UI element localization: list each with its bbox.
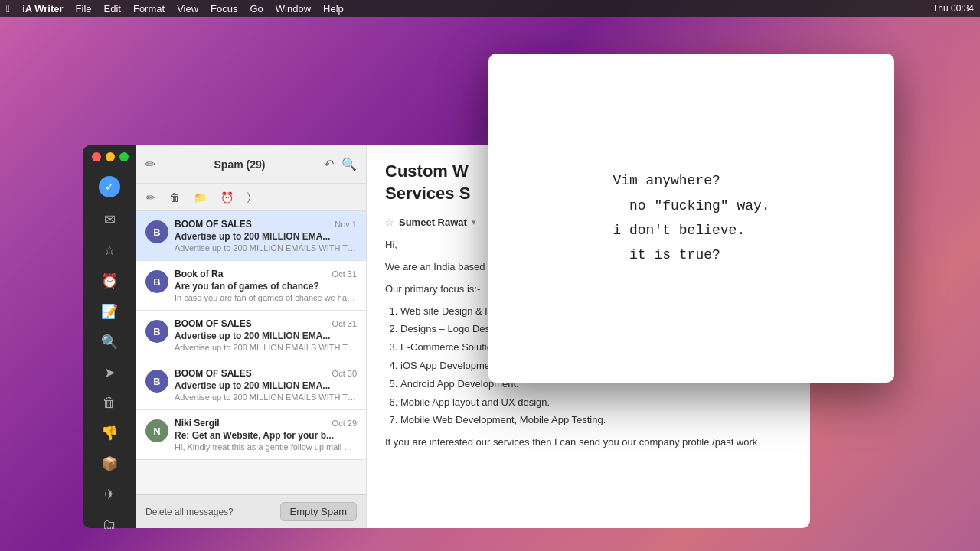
email-header-row: BOOM OF SALES Oct 31 bbox=[175, 318, 357, 329]
email-date: Oct 29 bbox=[332, 419, 357, 428]
search-icon[interactable]: 🔍 bbox=[341, 157, 357, 171]
email-item[interactable]: B BOOM OF SALES Oct 31 Advertise up to 2… bbox=[136, 311, 366, 360]
email-preview: Advertise up to 200 MILLION EMAILS WITH … bbox=[175, 243, 357, 253]
email-sender: BOOM OF SALES bbox=[175, 318, 252, 329]
email-preview: Hi, Kindly treat this as a gentle follow… bbox=[175, 442, 357, 452]
writer-content: Vim anywhere? no "fucking" way. i don't … bbox=[612, 168, 769, 268]
email-list: B BOOM OF SALES Nov 1 Advertise up to 20… bbox=[136, 211, 366, 494]
menubar:  iA Writer File Edit Format View Focus … bbox=[0, 0, 980, 17]
apple-menu[interactable]:  bbox=[6, 2, 10, 15]
email-item-content: Niki Sergil Oct 29 Re: Get an Website, A… bbox=[175, 418, 357, 452]
list-item: Mobile App layout and UX design. bbox=[400, 395, 792, 411]
email-header-row: BOOM OF SALES Nov 1 bbox=[175, 219, 357, 230]
delete-all-button[interactable]: Delete all messages? bbox=[145, 507, 234, 517]
sidebar-item-search[interactable]: 🔍 bbox=[99, 334, 120, 350]
sidebar-item-outbox[interactable]: ✈ bbox=[99, 486, 120, 503]
menu-format[interactable]: Format bbox=[133, 3, 165, 15]
email-header-row: Book of Ra Oct 31 bbox=[175, 269, 357, 279]
email-item[interactable]: B BOOM OF SALES Nov 1 Advertise up to 20… bbox=[136, 211, 366, 261]
email-item-content: Book of Ra Oct 31 Are you fan of games o… bbox=[175, 269, 357, 302]
email-subject: Advertise up to 200 MILLION EMA... bbox=[175, 231, 357, 242]
menu-time: Thu 00:34 bbox=[933, 3, 974, 14]
desktop: ✓ ✉ ☆ ⏰ 📝 🔍 ➤ 🗑 👎 📦 ✈ 🗂 ✏ Spam (29) ↶ 🔍 … bbox=[0, 17, 980, 551]
email-date: Oct 31 bbox=[332, 269, 357, 279]
email-header-row: BOOM OF SALES Oct 30 bbox=[175, 368, 357, 379]
sidebar-item-folders[interactable]: 🗂 bbox=[99, 517, 120, 533]
app-name[interactable]: iA Writer bbox=[22, 3, 63, 15]
star-icon[interactable]: ☆ bbox=[385, 217, 394, 228]
email-panel-header: ✏ Spam (29) ↶ 🔍 bbox=[136, 145, 366, 184]
avatar: N bbox=[145, 419, 168, 442]
avatar: B bbox=[145, 320, 168, 343]
traffic-lights bbox=[83, 145, 136, 168]
email-subject: Advertise up to 200 MILLION EMA... bbox=[175, 380, 357, 391]
sidebar-item-notes[interactable]: 📝 bbox=[99, 303, 120, 320]
email-sender: Niki Sergil bbox=[175, 418, 220, 429]
close-button[interactable] bbox=[92, 152, 101, 161]
email-item[interactable]: N Niki Sergil Oct 29 Re: Get an Website,… bbox=[136, 410, 366, 460]
menu-go[interactable]: Go bbox=[250, 3, 263, 15]
email-item-content: BOOM OF SALES Oct 30 Advertise up to 200… bbox=[175, 368, 357, 402]
avatar: B bbox=[145, 370, 168, 393]
sidebar: ✓ ✉ ☆ ⏰ 📝 🔍 ➤ 🗑 👎 📦 ✈ 🗂 bbox=[83, 145, 136, 528]
email-preview: Advertise up to 200 MILLION EMAILS WITH … bbox=[175, 393, 357, 402]
sidebar-item-star[interactable]: ☆ bbox=[99, 242, 120, 259]
menu-view[interactable]: View bbox=[177, 3, 198, 15]
compose-icon[interactable]: ✏ bbox=[145, 157, 155, 171]
email-date: Oct 30 bbox=[332, 369, 357, 378]
email-preview: In case you are fan of games of chance w… bbox=[175, 293, 357, 302]
email-panel: ✏ Spam (29) ↶ 🔍 ✏ 🗑 📁 ⏰ 〉 B BOOM OF SALE… bbox=[136, 145, 366, 528]
writer-line-1: Vim anywhere? bbox=[612, 168, 769, 193]
email-item-content: BOOM OF SALES Nov 1 Advertise up to 200 … bbox=[175, 219, 357, 253]
menu-help[interactable]: Help bbox=[323, 3, 344, 15]
minimize-button[interactable] bbox=[106, 152, 115, 161]
toolbar-folder-icon[interactable]: 📁 bbox=[190, 189, 211, 206]
sidebar-item-reminders[interactable]: ⏰ bbox=[99, 272, 120, 289]
email-subject: Re: Get an Website, App for your b... bbox=[175, 430, 357, 441]
email-bottom-bar: Delete all messages? Empty Spam bbox=[136, 494, 366, 528]
list-item: Mobile Web Development, Mobile App Testi… bbox=[400, 412, 792, 429]
email-date: Nov 1 bbox=[335, 220, 357, 229]
email-sender: BOOM OF SALES bbox=[175, 219, 252, 230]
fullscreen-button[interactable] bbox=[119, 152, 129, 161]
chevron-down-icon[interactable]: ▾ bbox=[472, 217, 476, 227]
sidebar-item-inbox[interactable]: ✓ bbox=[99, 176, 120, 197]
menu-focus[interactable]: Focus bbox=[211, 3, 237, 15]
empty-spam-button[interactable]: Empty Spam bbox=[280, 502, 357, 521]
email-item[interactable]: B Book of Ra Oct 31 Are you fan of games… bbox=[136, 261, 366, 311]
toolbar-compose-icon[interactable]: ✏ bbox=[142, 189, 159, 206]
toolbar-forward-icon[interactable]: 〉 bbox=[243, 188, 255, 206]
sidebar-item-mail[interactable]: ✉ bbox=[99, 211, 120, 228]
writer-line-2: no "fucking" way. bbox=[612, 194, 769, 218]
menubar-left:  iA Writer File Edit Format View Focus … bbox=[6, 2, 344, 15]
avatar: B bbox=[145, 270, 168, 293]
email-item-content: BOOM OF SALES Oct 31 Advertise up to 200… bbox=[175, 318, 357, 352]
menu-window[interactable]: Window bbox=[276, 3, 311, 15]
toolbar-flag-icon[interactable]: ⏰ bbox=[217, 189, 237, 206]
sender-name: Sumeet Rawat bbox=[399, 217, 467, 228]
menu-edit[interactable]: Edit bbox=[104, 3, 121, 15]
email-preview: Advertise up to 200 MILLION EMAILS WITH … bbox=[175, 343, 357, 352]
sidebar-item-sent[interactable]: ➤ bbox=[99, 364, 120, 381]
sidebar-item-archive[interactable]: 📦 bbox=[99, 455, 120, 472]
email-header-row: Niki Sergil Oct 29 bbox=[175, 418, 357, 429]
email-item[interactable]: B BOOM OF SALES Oct 30 Advertise up to 2… bbox=[136, 360, 366, 410]
sidebar-item-spam[interactable]: 👎 bbox=[99, 425, 120, 442]
email-toolbar: ✏ 🗑 📁 ⏰ 〉 bbox=[136, 184, 366, 211]
checkmark-icon: ✓ bbox=[99, 176, 120, 197]
avatar: B bbox=[145, 220, 168, 243]
email-subject: Are you fan of games of chance? bbox=[175, 281, 357, 292]
menu-file[interactable]: File bbox=[76, 3, 92, 15]
email-date: Oct 31 bbox=[332, 319, 357, 328]
header-icons: ↶ 🔍 bbox=[324, 157, 357, 171]
back-icon[interactable]: ↶ bbox=[324, 157, 334, 171]
email-subject: Advertise up to 200 MILLION EMA... bbox=[175, 331, 357, 341]
writer-line-3: i don't believe. bbox=[612, 218, 769, 243]
toolbar-delete-icon[interactable]: 🗑 bbox=[165, 189, 184, 206]
spam-folder-title: Spam (29) bbox=[214, 158, 266, 171]
menubar-right: Thu 00:34 bbox=[933, 3, 974, 14]
email-paragraph3: If you are interested our services then … bbox=[385, 435, 792, 451]
sidebar-item-trash[interactable]: 🗑 bbox=[99, 395, 120, 411]
email-sender: BOOM OF SALES bbox=[175, 368, 252, 379]
writer-popup: Vim anywhere? no "fucking" way. i don't … bbox=[488, 54, 894, 383]
